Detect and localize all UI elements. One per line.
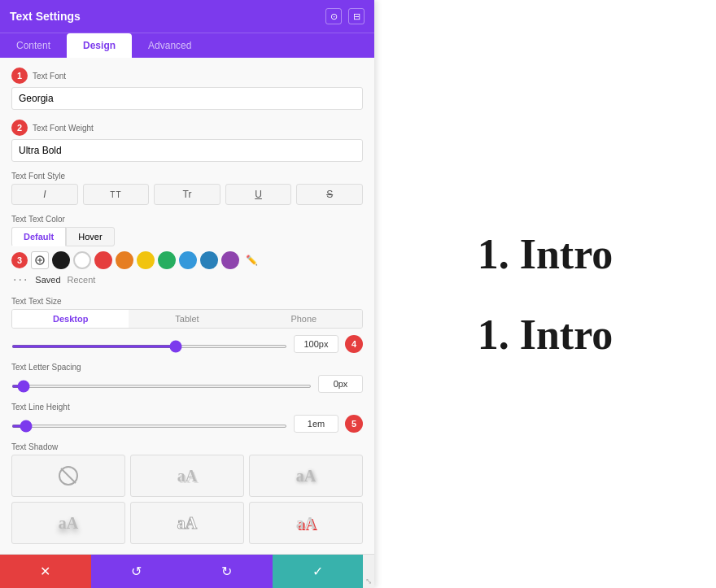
line-height-label: Text Line Height bbox=[11, 403, 70, 412]
shadow-flat[interactable]: aA bbox=[130, 455, 244, 497]
shadow-label: Text Shadow bbox=[11, 442, 58, 451]
color-tabs: Default Hover bbox=[11, 227, 363, 246]
more-dots[interactable]: ··· bbox=[13, 272, 28, 287]
shadow-none[interactable] bbox=[11, 455, 125, 497]
intro-text-bottom: 1. Intro bbox=[478, 311, 613, 359]
shadow-retro[interactable]: aA bbox=[249, 502, 363, 544]
font-label: Text Font bbox=[33, 72, 66, 81]
saved-button[interactable]: Saved bbox=[35, 275, 60, 285]
color-swatch-blue[interactable] bbox=[179, 251, 197, 269]
step-1-badge: 1 bbox=[11, 68, 28, 84]
intro-text-top: 1. Intro bbox=[478, 230, 613, 278]
uppercase-button[interactable]: TT bbox=[83, 184, 150, 205]
letter-spacing-slider-wrap bbox=[11, 377, 312, 391]
tab-content[interactable]: Content bbox=[0, 33, 67, 58]
shadow-grid: aA aA aA aA aA bbox=[11, 455, 363, 544]
color-swatch-purple[interactable] bbox=[221, 251, 239, 269]
color-picker-button[interactable] bbox=[31, 251, 49, 269]
font-style-label: Text Font Style bbox=[11, 172, 65, 181]
color-swatch-white[interactable] bbox=[73, 251, 91, 269]
bottom-bar: ✕ ↺ ↻ ✓ ⤡ bbox=[0, 554, 374, 588]
step-4-badge: 4 bbox=[345, 335, 363, 353]
line-height-value[interactable]: 1em bbox=[294, 415, 338, 433]
font-weight-select[interactable]: Ultra Bold bbox=[11, 139, 363, 162]
letter-spacing-value[interactable]: 0px bbox=[318, 375, 363, 393]
line-height-field-group: Text Line Height 1em 5 bbox=[11, 403, 363, 433]
step-5-badge: 5 bbox=[345, 415, 363, 433]
step-2-badge: 2 bbox=[11, 120, 28, 136]
color-swatch-black[interactable] bbox=[52, 251, 70, 269]
letter-spacing-label: Text Letter Spacing bbox=[11, 363, 81, 372]
panel-title: Text Settings bbox=[10, 10, 81, 23]
underline-button[interactable]: U bbox=[225, 184, 292, 205]
style-buttons: I TT Tr U S bbox=[11, 184, 363, 205]
text-size-slider-row: 100px 4 bbox=[11, 335, 363, 353]
color-swatch-green[interactable] bbox=[158, 251, 176, 269]
font-select[interactable]: Georgia bbox=[11, 87, 363, 110]
svg-line-4 bbox=[61, 468, 76, 483]
size-tab-tablet[interactable]: Tablet bbox=[129, 310, 245, 328]
capitalize-button[interactable]: Tr bbox=[154, 184, 220, 205]
panel-body: 1 Text Font Georgia 2 Text Font Weight U… bbox=[0, 58, 374, 554]
line-height-slider-row: 1em 5 bbox=[11, 415, 363, 433]
line-height-slider[interactable] bbox=[11, 425, 287, 428]
size-tab-desktop[interactable]: Desktop bbox=[12, 310, 129, 328]
tab-bar: Content Design Advanced bbox=[0, 33, 374, 58]
tab-advanced[interactable]: Advanced bbox=[132, 33, 207, 58]
font-weight-field-group: 2 Text Font Weight Ultra Bold bbox=[11, 120, 363, 162]
font-style-field-group: Text Font Style I TT Tr U S bbox=[11, 172, 363, 205]
text-size-field-group: Text Text Size Desktop Tablet Phone 100p… bbox=[11, 297, 363, 353]
resize-handle[interactable]: ⤡ bbox=[363, 555, 374, 588]
text-size-slider[interactable] bbox=[11, 345, 287, 348]
panel-header-icons: ⊙ ⊟ bbox=[325, 8, 365, 24]
text-size-label: Text Text Size bbox=[11, 297, 62, 306]
line-height-slider-wrap bbox=[11, 416, 287, 431]
text-color-label: Text Text Color bbox=[11, 215, 65, 224]
color-swatch-yellow[interactable] bbox=[137, 251, 155, 269]
undo-button[interactable]: ↺ bbox=[91, 555, 182, 588]
color-tab-hover[interactable]: Hover bbox=[66, 227, 114, 246]
size-tabs: Desktop Tablet Phone bbox=[11, 309, 363, 329]
letter-spacing-slider-row: 0px bbox=[11, 375, 363, 393]
font-field-group: 1 Text Font Georgia bbox=[11, 68, 363, 110]
font-weight-label: Text Font Weight bbox=[33, 124, 94, 133]
preview-panel: 1. Intro 1. Intro bbox=[374, 0, 716, 588]
recent-button[interactable]: Recent bbox=[68, 275, 96, 285]
step-3-badge: 3 bbox=[11, 252, 28, 268]
color-edit-button[interactable]: ✏️ bbox=[242, 251, 260, 269]
text-size-value[interactable]: 100px bbox=[294, 335, 338, 353]
text-size-slider-wrap bbox=[11, 337, 287, 351]
shadow-bottom[interactable]: aA bbox=[11, 502, 125, 544]
tab-design[interactable]: Design bbox=[67, 33, 132, 58]
panel-header: Text Settings ⊙ ⊟ bbox=[0, 0, 374, 33]
cancel-button[interactable]: ✕ bbox=[0, 555, 91, 588]
saved-recent-row: ··· Saved Recent bbox=[11, 272, 363, 287]
panel-settings-icon[interactable]: ⊙ bbox=[325, 8, 342, 24]
color-swatch-red[interactable] bbox=[94, 251, 112, 269]
confirm-button[interactable]: ✓ bbox=[273, 555, 364, 588]
color-swatch-orange[interactable] bbox=[116, 251, 133, 269]
letter-spacing-field-group: Text Letter Spacing 0px bbox=[11, 363, 363, 393]
strikethrough-button[interactable]: S bbox=[296, 184, 363, 205]
redo-button[interactable]: ↻ bbox=[181, 555, 273, 588]
size-tab-phone[interactable]: Phone bbox=[246, 310, 362, 328]
shadow-raised[interactable]: aA bbox=[249, 455, 363, 497]
shadow-field-group: Text Shadow aA aA aA aA aA bbox=[11, 442, 363, 544]
color-swatch-row: 3 ✏️ bbox=[11, 251, 363, 269]
color-swatch-dark-blue[interactable] bbox=[200, 251, 218, 269]
letter-spacing-slider[interactable] bbox=[11, 385, 312, 388]
panel-collapse-icon[interactable]: ⊟ bbox=[348, 8, 365, 24]
color-tab-default[interactable]: Default bbox=[11, 227, 66, 246]
shadow-outline[interactable]: aA bbox=[130, 502, 244, 544]
settings-panel: Text Settings ⊙ ⊟ Content Design Advance… bbox=[0, 0, 374, 588]
italic-button[interactable]: I bbox=[11, 184, 78, 205]
text-color-field-group: Text Text Color Default Hover 3 bbox=[11, 215, 363, 287]
